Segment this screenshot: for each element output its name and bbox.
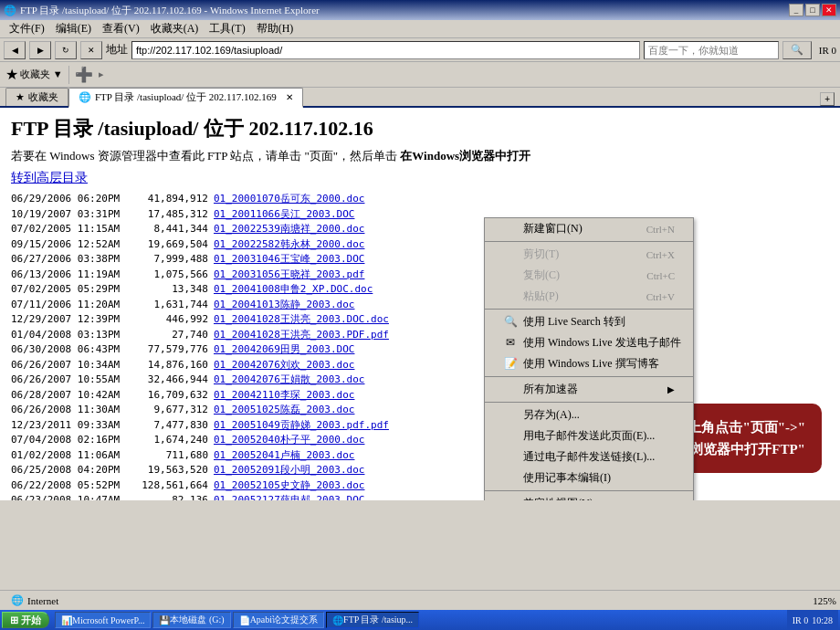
zoom-level: 125% — [813, 595, 836, 606]
maximize-button[interactable]: □ — [805, 4, 820, 16]
table-row: 06/13/2006 11:19AM1,075,56601_20031056王晓… — [11, 268, 829, 283]
file-link[interactable]: 01_20042076刘欢_2003.doc — [214, 358, 354, 373]
ctx-save-as[interactable]: 另存为(A)... — [485, 404, 693, 425]
ctx-live-search[interactable]: 🔍使用 Live Search 转到 — [485, 311, 693, 332]
file-link[interactable]: 01_20041028王洪亮_2003.PDF.pdf — [214, 328, 389, 343]
zone-info: 🌐 Internet — [11, 594, 58, 606]
address-label: 地址 — [106, 42, 128, 58]
file-link[interactable]: 01_20031056王晓祥_2003.pdf — [214, 268, 364, 283]
taskbar-item-ftp[interactable]: 🌐 FTP 目录 /tasiup... — [326, 612, 419, 628]
taskbar-items: 📊 Microsoft PowerP... 💾 本地磁盘 (G:) 📄 Apab… — [55, 612, 785, 628]
ctx-paste: 粘贴(P) Ctrl+V — [485, 286, 693, 307]
tab-icon: 🌐 — [79, 91, 91, 103]
ctx-accelerators[interactable]: 所有加速器 ▶ — [485, 379, 693, 400]
file-link[interactable]: 01_20052091段小明_2003.doc — [214, 463, 364, 478]
menu-file[interactable]: 文件(F) — [4, 20, 50, 37]
tab-close-icon[interactable]: ✕ — [286, 92, 293, 102]
forward-button[interactable]: ▶ — [29, 41, 51, 59]
toolbar: ★ 收藏夹 ▼ ➕ ▸ — [0, 62, 840, 88]
ctx-email-link[interactable]: 通过电子邮件发送链接(L)... — [485, 446, 693, 467]
title-bar: 🌐 FTP 目录 /tasiupload/ 位于 202.117.102.169… — [0, 0, 840, 20]
search-button[interactable]: 🔍 — [782, 41, 812, 59]
file-link[interactable]: 01_20022582韩永林_2000.doc — [214, 237, 364, 253]
zone-label: Internet — [27, 595, 58, 606]
add-favorites-button[interactable]: ➕ — [75, 66, 93, 83]
stop-button[interactable]: ✕ — [80, 41, 102, 59]
table-row: 06/26/2007 10:55AM32,466,94401_20042076王… — [11, 373, 829, 388]
status-bar: 🌐 Internet 125% — [0, 590, 840, 610]
table-row: 10/19/2007 03:31PM17,485,31201_20011066吴… — [11, 207, 829, 223]
tab-icon: ★ — [16, 91, 25, 103]
file-link[interactable]: 01_20052040朴子平_2000.doc — [214, 433, 364, 448]
main-content: FTP 目录 /tasiupload/ 位于 202.117.102.16 若要… — [0, 108, 840, 500]
ir-badge: IR 0 — [819, 45, 836, 56]
search-input[interactable] — [644, 41, 779, 59]
taskbar-item-powerpoint[interactable]: 📊 Microsoft PowerP... — [55, 612, 151, 628]
ir-label: IR 0 — [793, 615, 809, 625]
page-title: FTP 目录 /tasiupload/ 位于 202.117.102.16 — [11, 115, 829, 142]
ctx-email-page[interactable]: 用电子邮件发送此页面(E)... — [485, 425, 693, 446]
file-link[interactable]: 01_20052127薛电郝_2003.DOC — [214, 493, 364, 500]
file-link[interactable]: 01_20001070岳可东_2000.doc — [214, 192, 364, 207]
taskbar-item-apabi[interactable]: 📄 Apabi论文提交系 — [233, 612, 324, 628]
table-row: 06/30/2008 06:43PM77,579,77601_20042069田… — [11, 342, 829, 358]
ctx-send-email[interactable]: ✉使用 Windows Live 发送电子邮件 — [485, 332, 693, 353]
file-link[interactable]: 01_20042110李琛_2003.doc — [214, 388, 354, 404]
ctx-copy: 复制(C) Ctrl+C — [485, 265, 693, 286]
windows-logo-icon: ⊞ — [10, 614, 18, 626]
file-link[interactable]: 01_20041028王洪亮_2003.DOC.doc — [214, 312, 389, 328]
file-link[interactable]: 01_20042076王娟散_2003.doc — [214, 373, 364, 388]
file-link[interactable]: 01_20051025陈磊_2003.doc — [214, 403, 354, 418]
ctx-cut: 剪切(T) Ctrl+X — [485, 244, 693, 265]
navigation-toolbar: ◀ ▶ ↻ ✕ 地址 🔍 IR 0 — [0, 38, 840, 62]
file-link[interactable]: 01_20011066吴江_2003.DOC — [214, 207, 354, 223]
address-input[interactable] — [131, 41, 640, 59]
table-row: 07/11/2006 11:20AM1,631,74401_20041013陈静… — [11, 298, 829, 313]
table-row: 07/02/2005 11:15AM8,441,34401_20022539南塘… — [11, 222, 829, 237]
clock: 10:28 — [812, 615, 833, 625]
page-desc: 若要在 Windows 资源管理器中查看此 FTP 站点，请单击 "页面"，然后… — [11, 148, 829, 164]
status-right: 125% — [805, 595, 836, 606]
table-row: 09/15/2006 12:52AM19,669,50401_20022582韩… — [11, 237, 829, 253]
table-row: 06/22/2008 05:52PM128,561,66401_20052105… — [11, 478, 829, 494]
taskbar-item-disk[interactable]: 💾 本地磁盘 (G:) — [152, 612, 230, 628]
file-link[interactable]: 01_20041013陈静_2003.doc — [214, 298, 354, 313]
toolbar-spacer: ▸ — [99, 68, 104, 80]
menu-help[interactable]: 帮助(H) — [251, 20, 299, 37]
tab-favorites[interactable]: ★ 收藏夹 — [5, 88, 68, 106]
close-button[interactable]: ✕ — [822, 4, 836, 16]
ctx-new-window[interactable]: 新建窗口(N) Ctrl+N — [485, 218, 693, 239]
ctx-edit-notepad[interactable]: 使用记事本编辑(I) — [485, 467, 693, 488]
back-button[interactable]: ◀ — [4, 41, 26, 59]
file-link[interactable]: 01_20051049贡静娣_2003.pdf.pdf — [214, 418, 389, 434]
refresh-button[interactable]: ↻ — [55, 41, 77, 59]
menu-tools[interactable]: 工具(T) — [204, 20, 250, 37]
menu-bar: 文件(F) 编辑(E) 查看(V) 收藏夹(A) 工具(T) 帮助(H) — [0, 20, 840, 38]
ctx-blog[interactable]: 📝使用 Windows Live 撰写博客 — [485, 353, 693, 374]
menu-edit[interactable]: 编辑(E) — [50, 20, 97, 37]
tab-ftp[interactable]: 🌐 FTP 目录 /tasiupload/ 位于 202.117.102.169… — [68, 88, 303, 108]
live-search-icon: 🔍 — [503, 315, 518, 329]
parent-dir-link[interactable]: 转到高层目录 — [11, 171, 88, 184]
menu-view[interactable]: 查看(V) — [97, 20, 145, 37]
file-link[interactable]: 01_20022539南塘祥_2000.doc — [214, 222, 364, 237]
blog-icon: 📝 — [503, 357, 518, 371]
table-row: 07/02/2005 05:29PM13,34801_20041008申鲁2_X… — [11, 282, 829, 298]
tab-label: 收藏夹 — [28, 90, 58, 104]
ctx-compat-view[interactable]: 兼容性视图(V) — [485, 493, 693, 500]
new-tab-button[interactable]: + — [820, 92, 835, 106]
file-link[interactable]: 01_20052105史文静_2003.doc — [214, 478, 364, 494]
file-link[interactable]: 01_20052041卢楠_2003.doc — [214, 448, 354, 464]
start-button[interactable]: ⊞ 开始 — [2, 612, 49, 628]
file-link[interactable]: 01_20031046王宝峰_2003.DOC — [214, 252, 364, 268]
favorites-button[interactable]: 收藏夹 ▼ — [20, 68, 63, 81]
file-link[interactable]: 01_20042069田男_2003.DOC — [214, 342, 354, 358]
table-row: 06/27/2006 03:38PM7,999,48801_20031046王宝… — [11, 252, 829, 268]
table-row: 06/23/2008 10:47AM82,13601_20052127薛电郝_2… — [11, 493, 829, 500]
file-link[interactable]: 01_20041008申鲁2_XP.DOC.doc — [214, 282, 373, 298]
table-row: 06/28/2007 10:42AM16,709,63201_20042110李… — [11, 388, 829, 404]
minimize-button[interactable]: _ — [789, 4, 803, 16]
taskbar-clock: IR 0 10:28 — [787, 610, 838, 630]
ie-logo-icon: 🌐 — [4, 5, 16, 16]
menu-favorites[interactable]: 收藏夹(A) — [145, 20, 205, 37]
